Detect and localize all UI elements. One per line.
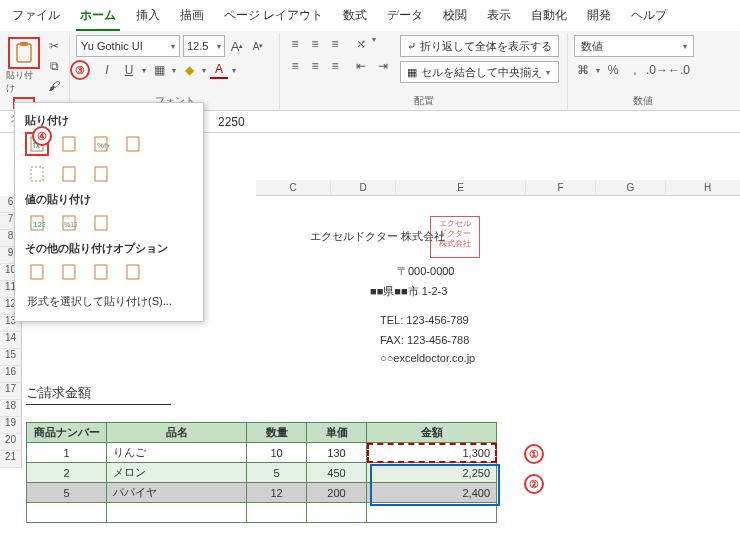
copy-icon[interactable]: ⧉ [45,57,63,75]
paste-section-paste: 貼り付け [25,113,193,128]
tab-data[interactable]: データ [383,4,427,31]
merge-center-button[interactable]: ▦セルを結合して中央揃え▾ [400,61,559,83]
ribbon: 貼り付け ▾ ✂ ⧉ 🖌 クリップボード Yu Gothic UI▾ 12.5▾… [0,31,740,111]
indent-inc-icon[interactable]: ⇥ [374,57,392,75]
tab-dev[interactable]: 開発 [583,4,615,31]
group-clipboard: 貼り付け ▾ ✂ ⧉ 🖌 クリップボード [0,33,70,110]
paste-opt-transpose[interactable] [89,162,113,186]
svg-rect-5 [95,137,107,151]
align-center-icon[interactable]: ≡ [306,57,324,75]
decrease-font-icon[interactable]: A▾ [249,37,267,55]
group-label-align: 配置 [286,92,561,110]
dec-decimal-icon[interactable]: ←.0 [670,61,688,79]
col-headers: CDEFGH [256,180,740,196]
tab-insert[interactable]: 挿入 [132,4,164,31]
svg-rect-9 [63,167,75,181]
tab-home[interactable]: ホーム [76,4,120,31]
addr: ■■県■■市 1-2-3 [370,284,447,299]
cell-e19: 2,250 [367,463,497,483]
border-button[interactable]: ▦ [150,61,168,79]
menu-tabs: ファイル ホーム 挿入 描画 ページ レイアウト 数式 データ 校閲 表示 自動… [0,0,740,31]
cell-e18: 1,300 [367,443,497,463]
table-row-empty[interactable] [27,503,497,523]
orientation-icon[interactable]: ⤭ [352,35,370,53]
table-row[interactable]: 5 パパイヤ 12 200 2,400 [27,483,497,503]
th-amt: 金額 [367,423,497,443]
tab-layout[interactable]: ページ レイアウト [220,4,327,31]
increase-font-icon[interactable]: A▴ [228,37,246,55]
paste-opt-values-numfmt[interactable]: %123 [57,211,81,235]
svg-rect-7 [127,137,139,151]
svg-rect-11 [31,216,43,230]
svg-rect-16 [31,265,43,279]
table-row[interactable]: 2 メロン 5 450 2,250 [27,463,497,483]
paste-opt-noborders[interactable] [25,162,49,186]
inc-decimal-icon[interactable]: .0→ [648,61,666,79]
mail: ○○exceldoctor.co.jp [380,352,475,364]
indent-dec-icon[interactable]: ⇤ [352,57,370,75]
annotation-3: ③ [70,60,90,80]
paste-opt-formulas-numfmt[interactable]: %fx [89,132,113,156]
align-bot-icon[interactable]: ≡ [326,35,344,53]
tab-file[interactable]: ファイル [8,4,64,31]
svg-rect-1 [20,42,28,46]
underline-button[interactable]: U [120,61,138,79]
paste-opt-colwidth[interactable] [57,162,81,186]
annotation-1: ① [524,444,544,464]
paste-special-link[interactable]: 形式を選択して貼り付け(S)... [25,290,193,313]
align-left-icon[interactable]: ≡ [286,57,304,75]
currency-icon[interactable]: ⌘ [574,61,592,79]
align-mid-icon[interactable]: ≡ [306,35,324,53]
bill-title: ご請求金額 [26,384,171,405]
group-label-number: 数値 [574,92,712,110]
tab-automate[interactable]: 自動化 [527,4,571,31]
italic-button[interactable]: I [98,61,116,79]
postal: 〒000-0000 [397,264,455,279]
annotation-4: ④ [32,126,52,146]
align-top-icon[interactable]: ≡ [286,35,304,53]
svg-text:123: 123 [33,220,45,229]
font-color-button[interactable]: A [210,61,228,79]
format-painter-icon[interactable]: 🖌 [45,77,63,95]
svg-rect-4 [63,137,75,151]
number-format-select[interactable]: 数値▾ [574,35,694,57]
th-no: 商品ナンバー [27,423,107,443]
align-right-icon[interactable]: ≡ [326,57,344,75]
comma-icon[interactable]: , [626,61,644,79]
paste-section-values: 値の貼り付け [25,192,193,207]
paste-opt-values[interactable]: 123 [25,211,49,235]
paste-opt-formatting[interactable] [25,260,49,284]
svg-rect-8 [31,167,43,181]
tab-draw[interactable]: 描画 [176,4,208,31]
font-size-select[interactable]: 12.5▾ [183,35,225,57]
svg-rect-0 [17,44,31,62]
paste-opt-keep-src-fmt[interactable] [121,132,145,156]
wrap-text-button[interactable]: ⤶折り返して全体を表示する [400,35,559,57]
th-name: 品名 [107,423,247,443]
percent-icon[interactable]: % [604,61,622,79]
paste-opt-linkedpic[interactable] [121,260,145,284]
paste-opt-link[interactable] [57,260,81,284]
th-qty: 数量 [247,423,307,443]
tab-help[interactable]: ヘルプ [627,4,671,31]
wrap-icon: ⤶ [407,40,416,53]
tab-review[interactable]: 校閲 [439,4,471,31]
tab-view[interactable]: 表示 [483,4,515,31]
paste-label: 貼り付け [6,69,41,95]
font-name-select[interactable]: Yu Gothic UI▾ [76,35,180,57]
table-row[interactable]: 1 りんご 10 130 1,300 [27,443,497,463]
invoice-table: 商品ナンバー 品名 数量 単価 金額 1 りんご 10 130 1,300 2 … [26,422,497,523]
svg-rect-10 [95,167,107,181]
paste-button[interactable] [8,37,40,69]
paste-opt-values-srcfmt[interactable] [89,211,113,235]
tel: TEL: 123-456-789 [380,314,469,326]
fill-color-button[interactable]: ◆ [180,61,198,79]
merge-icon: ▦ [407,66,417,79]
svg-text:%123: %123 [64,221,77,228]
paste-opt-picture[interactable] [89,260,113,284]
svg-rect-17 [63,265,75,279]
group-align: ≡ ≡ ≡ ≡ ≡ ≡ ⤭▾ ⇤⇥ ⤶折り返して全体を表示する ▦セルを結合して… [280,33,568,110]
tab-formulas[interactable]: 数式 [339,4,371,31]
cut-icon[interactable]: ✂ [45,37,63,55]
paste-opt-all[interactable] [57,132,81,156]
